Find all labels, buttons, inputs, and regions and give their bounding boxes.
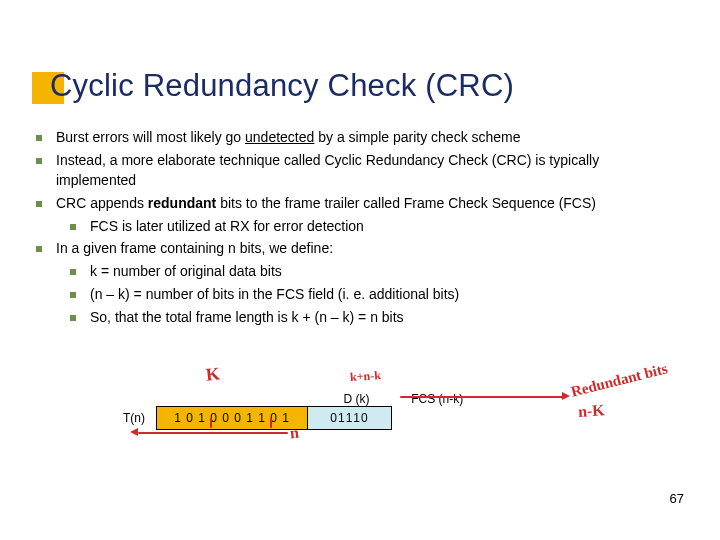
diagram-data-box: 1 0 1 0 0 0 1 1 0 1 (156, 406, 308, 430)
bullet-text: So, that the total frame length is k + (… (90, 308, 676, 328)
text-bold: redundant (148, 195, 216, 211)
bullet-text: Burst errors will most likely go undetec… (56, 128, 676, 148)
bullet-text: k = number of original data bits (90, 262, 676, 282)
bullet-text: (n – k) = number of bits in the FCS fiel… (90, 285, 676, 305)
annotation-n-minus-k: n-K (577, 401, 605, 421)
bullet-icon (36, 201, 42, 207)
text-underlined: undetected (245, 129, 314, 145)
annotation-arrow-stroke (400, 396, 564, 398)
annotation-n: n (289, 424, 300, 443)
text-fragment: CRC appends (56, 195, 148, 211)
bullet-icon (70, 315, 76, 321)
diagram-labels: D (k) FCS (n-k) (112, 392, 472, 406)
bullet-list: Burst errors will most likely go undetec… (36, 128, 676, 331)
list-item: Instead, a more elaborate technique call… (36, 151, 676, 191)
bullet-text: Instead, a more elaborate technique call… (56, 151, 676, 191)
bullet-icon (36, 158, 42, 164)
diagram-tn: T(n) (112, 406, 156, 430)
list-subitem: So, that the total frame length is k + (… (36, 308, 676, 328)
diagram-label-dk: D (k) (319, 392, 395, 406)
bullet-text: CRC appends redundant bits to the frame … (56, 194, 676, 214)
list-subitem: (n – k) = number of bits in the FCS fiel… (36, 285, 676, 305)
diagram-fcs-box: 01110 (308, 406, 392, 430)
arrow-left-icon (130, 428, 138, 436)
annotation-arrow-stroke (138, 432, 288, 434)
bullet-text: FCS is later utilized at RX for error de… (90, 217, 676, 237)
annotation-redundant: Redundant bits (569, 360, 669, 400)
bullet-icon (36, 246, 42, 252)
arrow-right-icon (562, 392, 570, 400)
list-item: CRC appends redundant bits to the frame … (36, 194, 676, 214)
bullet-icon (70, 224, 76, 230)
text-fragment: Burst errors will most likely go (56, 129, 245, 145)
text-fragment: by a simple parity check scheme (314, 129, 520, 145)
annotation-tick (270, 418, 272, 428)
list-item: In a given frame containing n bits, we d… (36, 239, 676, 259)
annotation-tick (210, 418, 212, 428)
bullet-icon (70, 269, 76, 275)
slide-title: Cyclic Redundancy Check (CRC) (50, 68, 514, 104)
annotation-k-plus: k+n-k (350, 368, 382, 385)
list-subitem: k = number of original data bits (36, 262, 676, 282)
bullet-icon (70, 292, 76, 298)
bullet-text: In a given frame containing n bits, we d… (56, 239, 676, 259)
list-item: Burst errors will most likely go undetec… (36, 128, 676, 148)
diagram-label-empty (112, 392, 275, 406)
annotation-k: K (205, 363, 221, 385)
diagram-label-fcs: FCS (n-k) (402, 392, 472, 406)
list-subitem: FCS is later utilized at RX for error de… (36, 217, 676, 237)
bullet-icon (36, 135, 42, 141)
text-fragment: bits to the frame trailer called Frame C… (216, 195, 596, 211)
page-number: 67 (670, 491, 684, 506)
